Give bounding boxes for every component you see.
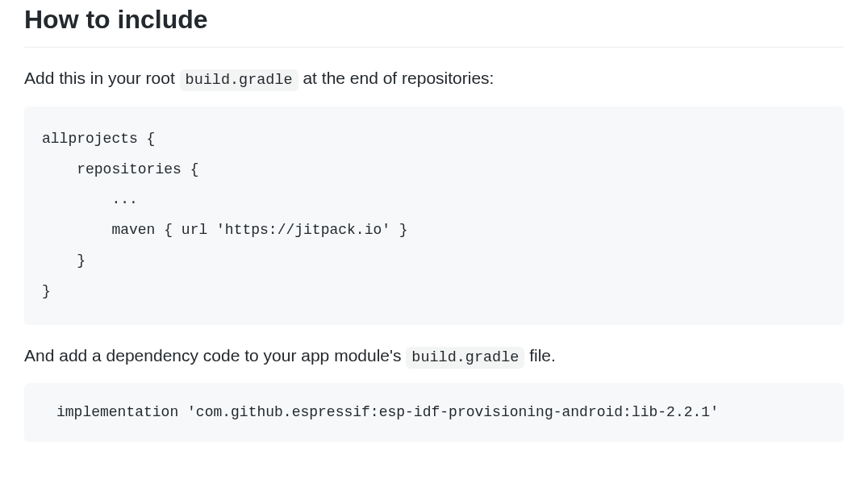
paragraph-text: file. [524, 346, 556, 365]
section-heading: How to include [24, 0, 844, 48]
paragraph-text: Add this in your root [24, 69, 180, 87]
intro-paragraph-2: And add a dependency code to your app mo… [24, 343, 844, 369]
paragraph-text: at the end of repositories: [298, 69, 495, 87]
paragraph-text: And add a dependency code to your app mo… [24, 346, 406, 365]
intro-paragraph-1: Add this in your root build.gradle at th… [24, 65, 844, 92]
inline-code-build-gradle: build.gradle [406, 347, 524, 369]
inline-code-build-gradle: build.gradle [180, 69, 298, 91]
code-block-repositories[interactable]: allprojects { repositories { ... maven {… [24, 106, 844, 325]
code-block-implementation[interactable]: implementation 'com.github.espressif:esp… [24, 383, 844, 442]
